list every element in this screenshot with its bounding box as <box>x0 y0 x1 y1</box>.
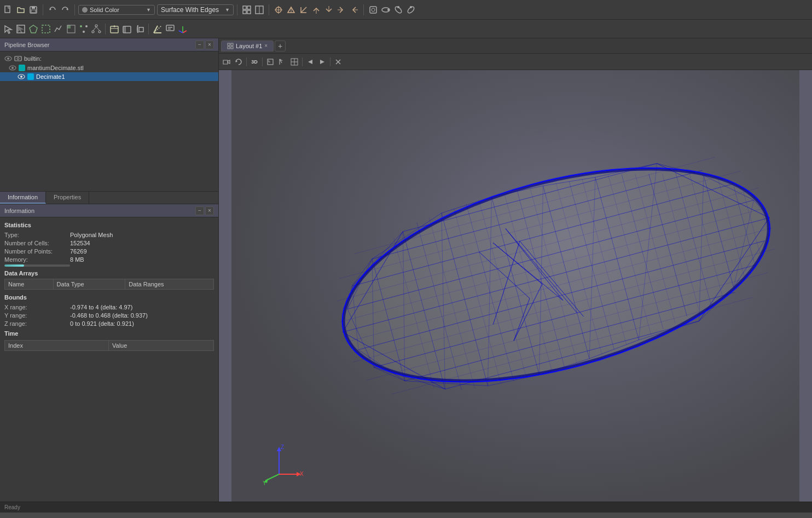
orbit2-icon[interactable] <box>392 4 404 16</box>
pipeline-minimize-btn[interactable]: − <box>195 41 204 49</box>
svg-marker-5 <box>66 8 68 10</box>
vtsep3 <box>302 57 303 66</box>
cam5-icon[interactable] <box>323 4 335 16</box>
expand-icon[interactable] <box>241 4 253 16</box>
query-icon[interactable] <box>108 23 120 35</box>
display-group <box>152 23 189 35</box>
select2-icon[interactable] <box>15 23 27 35</box>
svg-rect-67 <box>228 47 230 49</box>
extract-icon[interactable] <box>121 23 133 35</box>
type-row: Type: Polygonal Mesh <box>4 232 214 238</box>
orbit3-icon[interactable] <box>405 4 417 16</box>
cam1-icon[interactable] <box>272 4 285 16</box>
col-dataranges: Data Ranges <box>125 279 214 290</box>
pipeline-item-builtin[interactable]: builtin: <box>0 54 218 64</box>
color-dropdown[interactable]: Solid Color ▼ <box>78 5 155 15</box>
layout-tab-1[interactable]: Layout #1 × <box>221 41 274 51</box>
orient-axes-icon[interactable] <box>177 23 189 35</box>
eye-icon-mantium <box>9 65 16 71</box>
color-box-decimate1 <box>27 73 34 80</box>
pipeline-item-decimate1[interactable]: Decimate1 <box>0 72 218 81</box>
info-close-btn[interactable]: × <box>205 206 214 215</box>
bounds-title: Bounds <box>4 294 214 301</box>
pipeline-item-mantium[interactable]: mantiumDecimate.stl <box>0 64 218 72</box>
main-layout: Pipeline Browser − × builtin: <box>0 38 812 502</box>
svg-marker-70 <box>236 60 237 62</box>
info-tabs: Information Properties <box>0 192 218 204</box>
undo-redo-group <box>47 4 71 16</box>
surface-dropdown-arrow: ▼ <box>225 7 230 13</box>
open-icon[interactable] <box>15 4 27 16</box>
surface-dropdown[interactable]: Surface With Edges ▼ <box>157 4 234 15</box>
vt-close-icon[interactable] <box>333 56 344 67</box>
col-datatype: Data Type <box>53 279 125 290</box>
add-tab-btn[interactable]: + <box>275 41 286 51</box>
rect-select-icon[interactable] <box>40 23 52 35</box>
svg-rect-66 <box>231 43 233 45</box>
axes-visible-icon[interactable] <box>152 23 164 35</box>
cell-select-icon[interactable] <box>65 23 77 35</box>
points-row: Number of Points: 76269 <box>4 248 214 255</box>
vt-orient-icon[interactable] <box>277 56 288 67</box>
vt-reset-icon[interactable] <box>233 56 244 67</box>
data-arrays-title: Data Arrays <box>4 270 214 277</box>
sep4 <box>269 4 269 15</box>
tab-information[interactable]: Information <box>0 192 46 204</box>
color-box-mantium <box>19 65 25 71</box>
svg-rect-0 <box>5 6 10 13</box>
z-range-row: Z range: 0 to 0.921 (delta: 0.921) <box>4 320 214 327</box>
svg-point-37 <box>95 25 97 27</box>
y-range-value: -0.468 to 0.468 (delta: 0.937) <box>70 312 148 319</box>
memory-label: Memory: <box>4 256 70 263</box>
svg-point-28 <box>410 6 412 8</box>
undo-icon[interactable] <box>47 4 59 16</box>
annot-icon[interactable] <box>164 23 176 35</box>
cam4-icon[interactable] <box>310 4 322 16</box>
bounds-section: Bounds X range: -0.974 to 4 (delta: 4.97… <box>4 294 214 327</box>
z-range-value: 0 to 0.921 (delta: 0.921) <box>70 320 134 327</box>
integrate-icon[interactable] <box>134 23 146 35</box>
sep2 <box>74 4 75 15</box>
memory-bar <box>4 264 70 267</box>
info-minimize-btn[interactable]: − <box>195 206 204 215</box>
info-subheader: Information − × <box>0 204 218 217</box>
viewport-3d[interactable]: Z Y X <box>219 70 812 502</box>
tab-properties[interactable]: Properties <box>46 192 89 204</box>
svg-point-26 <box>397 6 399 8</box>
cam3-icon[interactable] <box>298 4 310 16</box>
cam2-icon[interactable] <box>285 4 297 16</box>
col-name: Name <box>5 279 54 290</box>
vt-prev-icon[interactable] <box>305 56 316 67</box>
sep3 <box>237 4 237 15</box>
poly-icon[interactable] <box>27 23 39 35</box>
info-content: Statistics Type: Polygonal Mesh Number o… <box>0 217 218 502</box>
left-panel: Pipeline Browser − × builtin: <box>0 38 219 502</box>
vt-fit-icon[interactable] <box>265 56 276 67</box>
cam6-icon[interactable] <box>335 4 347 16</box>
info-panel: Information Properties Information − × S… <box>0 192 218 502</box>
tree-icon[interactable] <box>90 23 102 35</box>
pipeline-close-btn[interactable]: × <box>205 41 214 49</box>
vt-select-icon[interactable] <box>289 56 300 67</box>
vtsep4 <box>330 57 330 66</box>
cam7-icon[interactable] <box>348 4 360 16</box>
svg-rect-59 <box>15 56 21 61</box>
pipeline-browser-title: Pipeline Browser <box>4 42 50 48</box>
plot-icon[interactable] <box>53 23 65 35</box>
svg-point-36 <box>83 31 85 33</box>
split-h-icon[interactable] <box>253 4 265 16</box>
redo-icon[interactable] <box>59 4 71 16</box>
vt-camera-icon[interactable] <box>221 56 232 67</box>
select-icon[interactable] <box>2 23 14 35</box>
save-icon[interactable] <box>27 4 39 16</box>
new-icon[interactable] <box>2 4 14 16</box>
svg-line-56 <box>179 31 183 33</box>
memory-bar-container <box>4 264 214 267</box>
svg-text:X: X <box>300 471 304 477</box>
layout-tab-close[interactable]: × <box>264 43 268 49</box>
orbit1-icon[interactable] <box>380 4 392 16</box>
vt-3d-icon[interactable]: 3D <box>249 56 260 67</box>
vt-next-icon[interactable] <box>317 56 328 67</box>
point-select-icon[interactable] <box>78 23 90 35</box>
reset-camera-icon[interactable] <box>367 4 379 16</box>
